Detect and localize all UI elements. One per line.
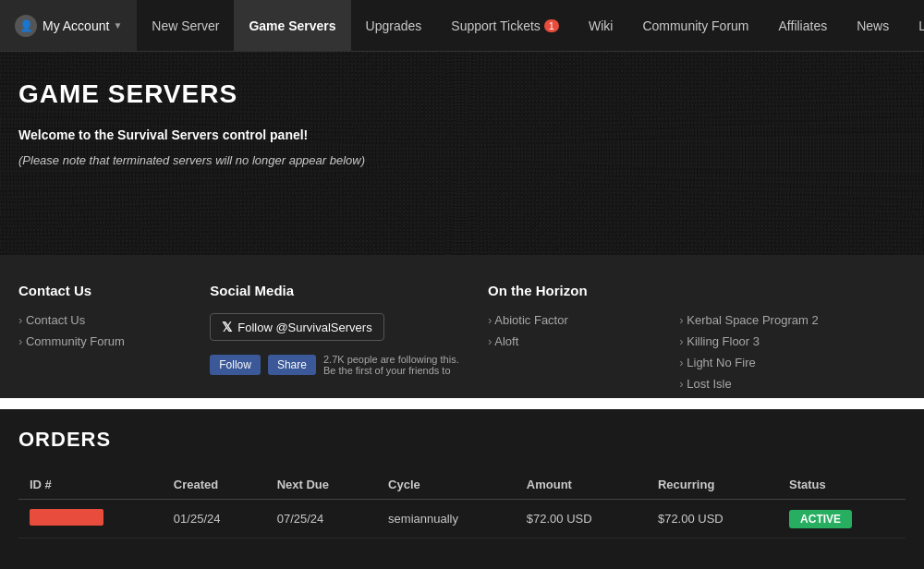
horizon-aloft-link[interactable]: Aloft [488,334,661,348]
footer-section: Contact Us Contact Us Community Forum So… [0,255,924,398]
horizon-kerbal-link[interactable]: Kerbal Space Program 2 [679,313,887,327]
order-id-bar [30,509,103,526]
nav-community-forum[interactable]: Community Forum [627,0,763,51]
page-title: GAME SERVERS [18,79,906,109]
nav-support-tickets-label: Support Tickets [451,18,541,33]
col-cycle: Cycle [377,470,516,500]
horizon-lost-isle-link[interactable]: Lost Isle [679,377,887,391]
note-text: (Please note that terminated servers wil… [18,153,906,167]
status-badge: ACTIVE [789,510,852,528]
order-row-1[interactable]: 01/25/24 07/25/24 semiannually $72.00 US… [18,500,906,539]
footer-horizon: On the Horizon Abiotic Factor Aloft [488,283,679,398]
horizon2-spacer [679,283,887,298]
order-id-cell [18,500,163,539]
nav-affiliates-label: Affiliates [779,18,828,33]
nav-my-account-label: My Account [43,18,109,33]
col-recurring: Recurring [647,470,778,500]
orders-header-row: ID # Created Next Due Cycle Amount Recur… [18,470,906,500]
x-icon: 𝕏 [222,320,232,334]
twitter-label: Follow @SurvivalServers [237,321,371,334]
order-recurring: $72.00 USD [647,500,778,539]
nav-logout-label: Logout [918,18,924,33]
community-forum-link[interactable]: Community Forum [18,334,191,348]
horizon-title: On the Horizon [488,283,661,298]
nav-new-server-label: New Server [152,18,219,33]
nav-affiliates[interactable]: Affiliates [764,0,843,51]
contact-title: Contact Us [18,283,191,298]
nav-game-servers[interactable]: Game Servers [234,0,350,51]
order-status-cell: ACTIVE [778,500,906,539]
nav-new-server[interactable]: New Server [137,0,234,51]
nav-news[interactable]: News [842,0,904,51]
nav-wiki-label: Wiki [589,18,613,33]
footer-contact: Contact Us Contact Us Community Forum [18,283,210,398]
nav-logout[interactable]: Logout [904,0,924,51]
support-badge: 1 [544,19,559,32]
nav-wiki[interactable]: Wiki [574,0,627,51]
horizon-light-no-fire-link[interactable]: Light No Fire [679,356,887,369]
orders-title: ORDERS [18,428,906,452]
order-next-due: 07/25/24 [266,500,377,539]
footer-social: Social Media 𝕏 Follow @SurvivalServers F… [210,283,488,398]
nav-community-forum-label: Community Forum [642,18,748,33]
contact-us-link[interactable]: Contact Us [18,313,191,327]
user-avatar: 👤 [15,15,37,37]
facebook-follow-button[interactable]: Follow [210,355,261,375]
hero-section: GAME SERVERS Welcome to the Survival Ser… [0,52,924,255]
order-amount: $72.00 USD [516,500,647,539]
orders-section: ORDERS ID # Created Next Due Cycle Amoun… [0,409,924,557]
nav-support-tickets[interactable]: Support Tickets 1 [436,0,574,51]
main-nav: 👤 My Account ▼ New Server Game Servers U… [0,0,924,52]
orders-table: ID # Created Next Due Cycle Amount Recur… [18,470,906,539]
nav-game-servers-label: Game Servers [249,18,335,33]
col-amount: Amount [516,470,647,500]
twitter-follow-button[interactable]: 𝕏 Follow @SurvivalServers [210,313,383,341]
nav-upgrades[interactable]: Upgrades [351,0,437,51]
chevron-down-icon: ▼ [113,20,122,30]
social-title: Social Media [210,283,469,298]
nav-upgrades-label: Upgrades [366,18,422,33]
order-created: 01/25/24 [163,500,266,539]
welcome-text: Welcome to the Survival Servers control … [18,127,906,142]
facebook-text: 2.7K people are following this. Be the f… [323,354,469,376]
col-next-due: Next Due [266,470,377,500]
horizon-killing-floor-link[interactable]: Killing Floor 3 [679,334,887,348]
facebook-share-button[interactable]: Share [268,355,316,375]
footer-horizon2: Kerbal Space Program 2 Killing Floor 3 L… [679,283,906,398]
orders-table-header: ID # Created Next Due Cycle Amount Recur… [18,470,906,500]
nav-my-account[interactable]: 👤 My Account ▼ [0,0,137,51]
col-id: ID # [18,470,163,500]
orders-table-body: 01/25/24 07/25/24 semiannually $72.00 US… [18,500,906,539]
nav-news-label: News [857,18,889,33]
horizon-abiotic-factor-link[interactable]: Abiotic Factor [488,313,661,327]
col-status: Status [778,470,906,500]
facebook-bar: Follow Share 2.7K people are following t… [210,354,469,376]
col-created: Created [163,470,266,500]
order-cycle: semiannually [377,500,516,539]
divider [0,398,924,409]
